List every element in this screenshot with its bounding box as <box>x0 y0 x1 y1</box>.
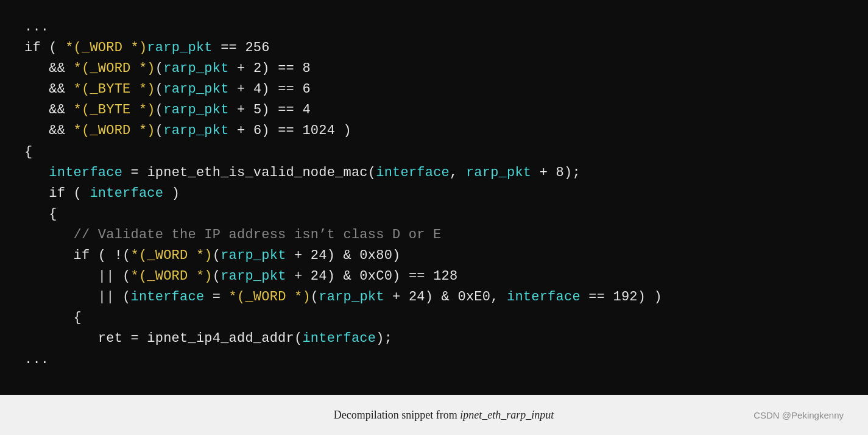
csdn-label: CSDN @Pekingkenny <box>753 410 844 420</box>
code-line: if ( interface ) <box>24 183 844 204</box>
code-line: { <box>24 204 844 225</box>
code-line: { <box>24 308 844 328</box>
code-block: ...if ( *(_WORD *)rarp_pkt == 256 && *(_… <box>24 17 844 370</box>
code-line: if ( !(*(_WORD *)(rarp_pkt + 24) & 0x80) <box>24 246 844 266</box>
code-line: && *(_BYTE *)(rarp_pkt + 5) == 4 <box>24 100 844 121</box>
code-line: interface = ipnet_eth_is_valid_node_mac(… <box>24 163 844 183</box>
code-line: && *(_BYTE *)(rarp_pkt + 4) == 6 <box>24 79 844 100</box>
code-line: ... <box>24 350 844 370</box>
caption-italic: ipnet_eth_rarp_input <box>460 409 554 421</box>
code-line: ret = ipnet_ip4_add_addr(interface); <box>24 328 844 349</box>
code-line: ... <box>24 17 844 38</box>
code-line: if ( *(_WORD *)rarp_pkt == 256 <box>24 38 844 58</box>
code-area: ...if ( *(_WORD *)rarp_pkt == 256 && *(_… <box>0 0 868 395</box>
caption-prefix: Decompilation snippet from <box>334 409 460 421</box>
code-line: && *(_WORD *)(rarp_pkt + 6) == 1024 ) <box>24 121 844 141</box>
code-line: // Validate the IP address isn’t class D… <box>24 225 844 246</box>
code-line: || (interface = *(_WORD *)(rarp_pkt + 24… <box>24 287 844 308</box>
code-line: { <box>24 142 844 163</box>
code-line: && *(_WORD *)(rarp_pkt + 2) == 8 <box>24 58 844 79</box>
caption-text: Decompilation snippet from ipnet_eth_rar… <box>134 409 753 422</box>
caption-area: Decompilation snippet from ipnet_eth_rar… <box>0 395 868 435</box>
code-line: || (*(_WORD *)(rarp_pkt + 24) & 0xC0) ==… <box>24 266 844 287</box>
